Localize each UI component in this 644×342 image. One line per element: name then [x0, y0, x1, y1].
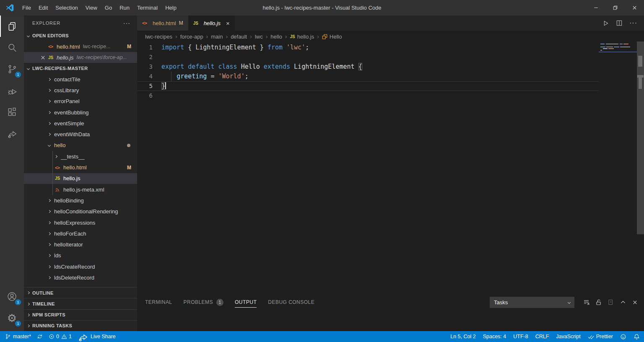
- tree-item-lds[interactable]: lds: [24, 250, 137, 261]
- status-encoding[interactable]: UTF-8: [513, 334, 528, 339]
- editor-scrollbar[interactable]: [637, 41, 644, 234]
- panel-tab-terminal[interactable]: TERMINAL: [145, 297, 172, 308]
- tree-item-hello-html[interactable]: <>hello.htmlM: [24, 162, 137, 173]
- open-editors-header[interactable]: OPEN EDITORS: [24, 30, 137, 41]
- status-git-branch[interactable]: master*: [5, 334, 31, 339]
- menu-selection[interactable]: Selection: [52, 0, 81, 16]
- restore-window-button[interactable]: [605, 0, 625, 16]
- status-indentation[interactable]: Spaces: 4: [483, 334, 506, 339]
- code-line-1[interactable]: 1import { LightningElement } from 'lwc';: [137, 43, 599, 52]
- code-lines: 1import { LightningElement } from 'lwc';…: [137, 43, 599, 101]
- tree-item-eventbubbling[interactable]: eventBubbling: [24, 107, 137, 118]
- status-live-share[interactable]: Live Share: [78, 331, 116, 342]
- tree-item---tests--[interactable]: __tests__: [24, 151, 137, 162]
- tab-hello-js[interactable]: JShello.js×: [188, 16, 235, 31]
- section-running-tasks[interactable]: RUNNING TASKS: [24, 320, 137, 331]
- token: ;: [305, 44, 309, 51]
- status-notifications[interactable]: [634, 334, 640, 340]
- menu-edit[interactable]: Edit: [35, 0, 52, 16]
- tree-item-hello[interactable]: hello: [24, 140, 137, 151]
- tree-item-helloiterator[interactable]: helloIterator: [24, 239, 137, 250]
- open-editors-list: <>hello.htmllwc-recipe...MJShello.jslwc-…: [24, 41, 137, 63]
- close-icon[interactable]: ×: [226, 20, 230, 27]
- tree-item-helloconditionalrendering[interactable]: helloConditionalRendering: [24, 206, 137, 217]
- panel-tab-problems[interactable]: PROBLEMS1: [184, 297, 224, 308]
- close-panel-button[interactable]: [632, 299, 638, 306]
- more-actions-icon[interactable]: ···: [123, 20, 130, 26]
- code-line-5[interactable]: 5}: [137, 81, 599, 91]
- tab-hello-html[interactable]: <>hello.htmlM: [137, 16, 188, 31]
- close-icon[interactable]: [40, 54, 48, 61]
- breadcrumb-item[interactable]: lwc-recipes: [145, 34, 172, 40]
- menu-run[interactable]: Run: [116, 0, 133, 16]
- breadcrumb-item[interactable]: force-app: [180, 34, 203, 40]
- folder-root-header[interactable]: LWC-RECIPES-MASTER: [24, 63, 137, 74]
- tree-item-eventwithdata[interactable]: eventWithData: [24, 129, 137, 140]
- code-line-3[interactable]: 3export default class Hello extends Ligh…: [137, 62, 599, 72]
- code-line-4[interactable]: 4 greeting = 'World';: [137, 72, 599, 81]
- tree-item-hello-js[interactable]: JShello.js: [24, 173, 137, 184]
- output-channel-select[interactable]: Tasks: [490, 297, 574, 308]
- status-language[interactable]: JavaScript: [556, 334, 580, 339]
- code-line-2[interactable]: 2: [137, 52, 599, 62]
- activity-settings[interactable]: ⚙1: [0, 307, 24, 329]
- activity-account[interactable]: 1: [0, 286, 24, 307]
- output-panel-content[interactable]: [137, 311, 644, 331]
- status-feedback[interactable]: [620, 334, 626, 340]
- status-eol[interactable]: CRLF: [535, 334, 549, 339]
- status-prettier[interactable]: Prettier: [588, 334, 613, 340]
- indent-guide: [52, 184, 53, 195]
- close-window-button[interactable]: [625, 0, 644, 16]
- status-sync[interactable]: [37, 334, 43, 339]
- breadcrumb-item[interactable]: default: [231, 34, 247, 40]
- activity-live-share[interactable]: [0, 122, 24, 144]
- tree-item-contacttile[interactable]: contactTile: [24, 74, 137, 85]
- section-timeline[interactable]: TIMELINE: [24, 298, 137, 309]
- tree-item-helloforeach[interactable]: helloForEach: [24, 228, 137, 239]
- unlock-button[interactable]: [595, 299, 602, 306]
- section-npm-scripts[interactable]: NPM SCRIPTS: [24, 309, 137, 320]
- open-output-in-editor-button[interactable]: [608, 299, 614, 306]
- status-problems[interactable]: 01: [49, 334, 72, 339]
- open-editor-item[interactable]: <>hello.htmllwc-recipe...M: [24, 41, 137, 52]
- code-line-6[interactable]: 6: [137, 91, 599, 101]
- more-actions-button[interactable]: ···: [629, 19, 637, 27]
- minimize-window-button[interactable]: [586, 0, 605, 16]
- breadcrumb-item[interactable]: main: [211, 34, 223, 40]
- breadcrumb-item[interactable]: lwc: [255, 34, 263, 40]
- activity-explorer[interactable]: [0, 16, 24, 37]
- menu-terminal[interactable]: Terminal: [133, 0, 161, 16]
- tree-item-hellobinding[interactable]: helloBinding: [24, 195, 137, 206]
- tree-item-csslibrary[interactable]: cssLibrary: [24, 85, 137, 96]
- activity-source-control[interactable]: 1: [0, 58, 24, 80]
- tree-item-eventsimple[interactable]: eventSimple: [24, 118, 137, 129]
- open-editor-item[interactable]: JShello.jslwc-recipes\force-ap...: [24, 52, 137, 63]
- activity-run-debug[interactable]: [0, 80, 24, 101]
- section-outline[interactable]: OUTLINE: [24, 287, 137, 298]
- activity-search[interactable]: [0, 37, 24, 58]
- tree-item-helloexpressions[interactable]: helloExpressions: [24, 217, 137, 228]
- sync-icon: [37, 334, 43, 339]
- tree-item-errorpanel[interactable]: errorPanel: [24, 96, 137, 107]
- panel-tab-output[interactable]: OUTPUT: [235, 297, 257, 308]
- minimap[interactable]: [599, 42, 637, 294]
- menu-go[interactable]: Go: [101, 0, 116, 16]
- status-cursor-position[interactable]: Ln 5, Col 2: [450, 334, 475, 339]
- tree-item-ldscreaterecord[interactable]: ldsCreateRecord: [24, 261, 137, 272]
- code-editor[interactable]: 1import { LightningElement } from 'lwc';…: [137, 42, 644, 294]
- tree-item-hello-js-meta-xml[interactable]: hello.js-meta.xml: [24, 184, 137, 195]
- breadcrumb-item[interactable]: hello: [270, 34, 282, 40]
- panel-tab-debug-console[interactable]: DEBUG CONSOLE: [268, 297, 314, 308]
- clear-output-button[interactable]: [583, 299, 590, 306]
- breadcrumb-item[interactable]: Hello: [322, 34, 342, 40]
- menu-view[interactable]: View: [82, 0, 101, 16]
- menu-file[interactable]: File: [18, 0, 35, 16]
- breadcrumb-item[interactable]: JShello.js: [290, 34, 314, 40]
- menu-help[interactable]: Help: [161, 0, 180, 16]
- maximize-panel-button[interactable]: [620, 299, 626, 306]
- split-editor-button[interactable]: [616, 20, 623, 26]
- activity-extensions[interactable]: [0, 101, 24, 122]
- scrollbar-decoration: [639, 78, 642, 89]
- run-button[interactable]: [602, 20, 609, 27]
- tree-item-ldsdeleterecord[interactable]: ldsDeleteRecord: [24, 272, 137, 283]
